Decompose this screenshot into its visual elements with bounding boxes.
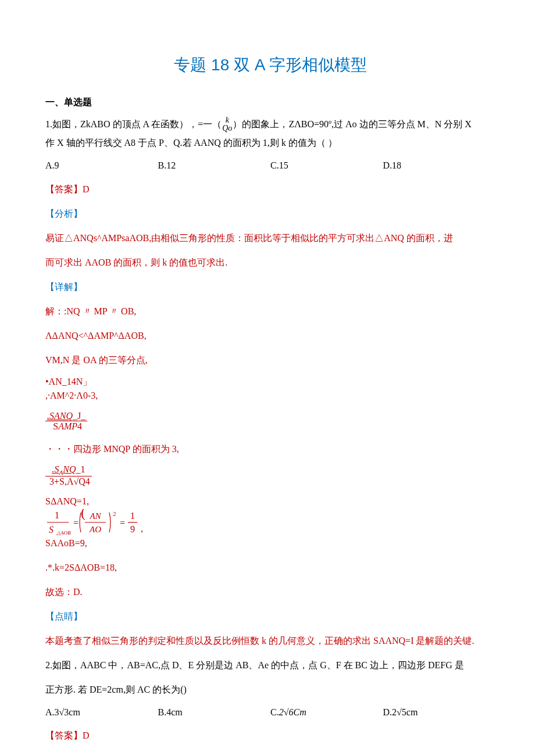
- q1-point-label: 【点睛】: [45, 607, 495, 626]
- q1-d3: VM,N 是 OA 的三等分点,: [45, 351, 495, 370]
- svg-text:2: 2: [113, 510, 116, 517]
- q2-stem2: 正方形. 若 DE=2cm,则 AC 的长为(): [45, 680, 495, 699]
- q1-detail-label: 【详解】: [45, 278, 495, 296]
- q1-stem2: 作 X 轴的平行线交 A8 于点 P、Q.若 AANQ 的面积为 1,则 k 的…: [45, 138, 337, 148]
- q1-stem-post: ）的图象上，ZΛBO=90º,过 Ao 边的三等分点 M、N 分别 X: [233, 119, 471, 129]
- q1-optB: B.12: [158, 158, 271, 173]
- svg-text:1: 1: [130, 511, 135, 521]
- svg-text:△AOB: △AOB: [56, 530, 71, 536]
- q1-frac: kQo: [222, 116, 232, 132]
- svg-text:,: ,: [141, 524, 143, 533]
- q1-frac-num: k: [222, 116, 232, 124]
- q1-d12: .*.k=2SΔAOB=18,: [45, 558, 495, 577]
- q1-optC: C.15: [270, 158, 383, 173]
- q1-d8-den2: 4: [85, 476, 90, 486]
- svg-text:1: 1: [55, 510, 59, 520]
- q1-d6-frac: .SANQ_J_ SAMP4: [45, 411, 495, 432]
- q1-d8-frac: .SANQ_1 3+S,A√Q4: [45, 464, 495, 487]
- svg-text:AN: AN: [89, 511, 101, 521]
- q1-d8-den-pre: 3+S,A: [49, 476, 73, 486]
- q1-optA: A.9: [45, 158, 158, 173]
- q1-d13: 故选：D.: [45, 583, 495, 601]
- q2-optB: B.4cm: [158, 705, 271, 720]
- q1-equation-image: 1 S △AOB = ( AN AO 2 = 1 9 ,: [45, 509, 162, 536]
- q2-optC: C.2√6Cm: [270, 705, 383, 720]
- q1-d6-num: .SANQ: [47, 411, 73, 421]
- q1-d8-den-rad: √Q: [73, 476, 85, 486]
- answer-value: D: [83, 730, 90, 740]
- q1-d9: SΔANQ=1,: [45, 495, 495, 508]
- q1-d11: SAAoB=9,: [45, 537, 495, 550]
- answer-label: 【答案】: [45, 730, 83, 740]
- answer-value: D: [83, 184, 90, 194]
- svg-text:AO: AO: [89, 525, 101, 534]
- q2-options: A.3√3cm B.4cm C.2√6Cm D.2√5cm: [45, 705, 495, 720]
- q1-d7: ・・・四边形 MNQP 的面积为 3,: [45, 440, 495, 458]
- q1-analysis-2: 而可求出 AAOB 的面积，则 k 的值也可求出.: [45, 253, 495, 272]
- q1-d5: ,·AM^2·Λ0-3,: [45, 389, 495, 402]
- svg-text:S: S: [49, 525, 54, 535]
- q1-options: A.9 B.12 C.15 D.18: [45, 158, 495, 173]
- q1-d6-num2: _J_: [73, 411, 85, 421]
- answer-label: 【答案】: [45, 184, 83, 194]
- q1-d2: ΛΔANQ<^ΔAMP^ΔAOB,: [45, 327, 495, 345]
- q1-stem-pre: 1.如图，ZkABO 的顶点 A 在函数），=一（: [45, 119, 222, 129]
- svg-text:=: =: [120, 518, 125, 528]
- section-heading: 一、单选题: [45, 95, 495, 110]
- q1-answer: 【答案】D: [45, 180, 495, 199]
- svg-text:(: (: [81, 509, 85, 520]
- q1-d8-num-a: .SANQ: [52, 464, 76, 474]
- q1-point: 本题考查了相似三角形的判定和性质以及反比例恒数 k 的几何意义，正确的求出 SA…: [45, 632, 495, 650]
- q1-analysis-1: 易证△ANQs^AMPsaAOB,由相似三角形的性质：面积比等于相似比的平方可求…: [45, 229, 495, 248]
- svg-text:=: =: [73, 518, 79, 528]
- q1-d4a: •AN_1: [45, 377, 72, 386]
- q2-optA: A.3√3cm: [45, 705, 158, 720]
- q1-d1: 解：:NQ 〃 MP 〃 OB,: [45, 302, 495, 321]
- page-title: 专题 18 双 A 字形相似模型: [45, 52, 495, 78]
- q2-optD: D.2√5cm: [383, 705, 496, 720]
- q2-stem1: 2.如图，AABC 中，AB=AC,点 D、E 分别是边 AB、Ae 的中点，点…: [45, 656, 495, 675]
- q1-stem: 1.如图，ZkABO 的顶点 A 在函数），=一（kQo）的图象上，ZΛBO=9…: [45, 115, 495, 152]
- q1-d6-den-amp: AMP: [58, 421, 77, 431]
- q1-d8-num2: _1: [76, 464, 85, 474]
- q1-d4b: 4N」: [72, 377, 92, 386]
- q1-d4: •AN_14N」: [45, 375, 495, 388]
- svg-text:9: 9: [130, 524, 135, 534]
- q2-answer: 【答案】D: [45, 726, 495, 745]
- q1-frac-den: Qo: [222, 124, 232, 132]
- q1-optD: D.18: [383, 158, 496, 173]
- q1-analysis-label: 【分析】: [45, 205, 495, 223]
- q1-d6-den2: 4: [77, 421, 82, 431]
